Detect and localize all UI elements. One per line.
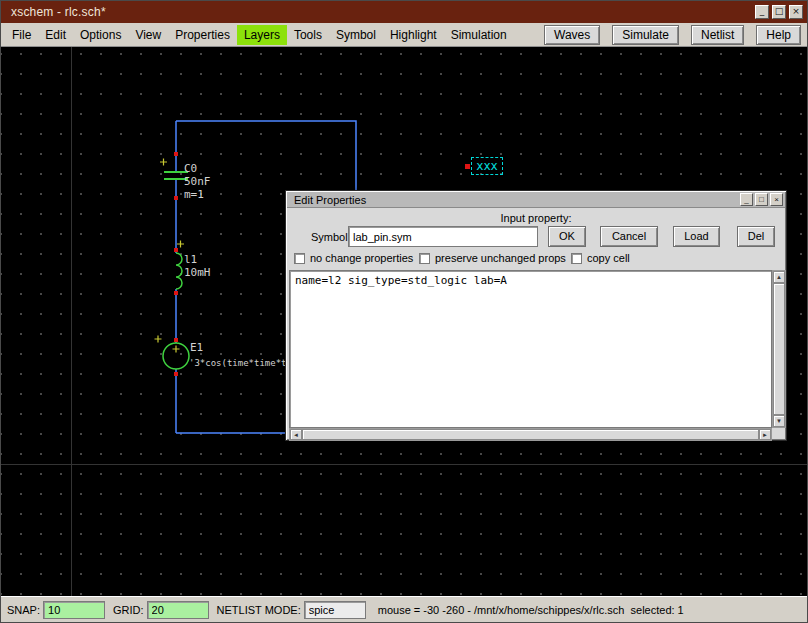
vertical-scrollbar[interactable]: ▲ ▼ xyxy=(772,270,786,428)
copy-cell-checkbox[interactable] xyxy=(571,253,582,264)
polarity-plus-icon xyxy=(155,159,185,353)
help-button[interactable]: Help xyxy=(756,25,801,45)
scroll-right-icon[interactable]: ► xyxy=(759,429,771,440)
simulate-button[interactable]: Simulate xyxy=(612,25,679,45)
load-button[interactable]: Load xyxy=(673,226,720,247)
menu-highlight[interactable]: Highlight xyxy=(383,25,444,45)
no-change-properties-checkbox[interactable] xyxy=(294,253,305,264)
no-change-properties-option: no change properties xyxy=(294,252,413,264)
menu-layers[interactable]: Layers xyxy=(237,25,287,45)
grid-input[interactable] xyxy=(147,601,209,619)
copy-cell-label: copy cell xyxy=(587,252,630,264)
mouse-coords-info: mouse = -30 -260 - /mnt/x/home/schippes/… xyxy=(378,604,684,616)
no-change-properties-label: no change properties xyxy=(310,252,413,264)
scroll-down-icon[interactable]: ▼ xyxy=(773,415,785,427)
source-ref-label[interactable]: E1 xyxy=(190,342,203,354)
preserve-unchanged-props-label: preserve unchanged props xyxy=(435,252,566,264)
vertical-scrollbar-thumb[interactable] xyxy=(773,283,785,415)
del-button[interactable]: Del xyxy=(737,226,775,247)
netlist-mode-input[interactable] xyxy=(304,601,366,619)
menu-tools[interactable]: Tools xyxy=(287,25,329,45)
snap-label: SNAP: xyxy=(7,604,40,616)
dialog-title-bar[interactable]: Edit Properties _ □ × xyxy=(287,192,785,208)
menu-view[interactable]: View xyxy=(128,25,168,45)
toolbar-right: Waves Simulate Netlist Help xyxy=(544,25,803,45)
title-bar: xschem - rlc.sch* _ □ × xyxy=(1,1,807,23)
capacitor-ref-label[interactable]: C0 xyxy=(184,163,197,175)
menu-edit[interactable]: Edit xyxy=(38,25,73,45)
grid-label: GRID: xyxy=(113,604,144,616)
inductor-value-label[interactable]: 10mH xyxy=(184,267,211,279)
status-bar: SNAP: GRID: NETLIST MODE: mouse = -30 -2… xyxy=(1,596,807,622)
cancel-button[interactable]: Cancel xyxy=(600,226,658,247)
netlist-mode-label: NETLIST MODE: xyxy=(217,604,301,616)
preserve-unchanged-props-checkbox[interactable] xyxy=(419,253,430,264)
net-pin-label[interactable]: xxx xyxy=(471,157,503,175)
menu-bar: File Edit Options View Properties Layers… xyxy=(1,23,807,47)
input-property-label: Input property: xyxy=(286,212,786,224)
dialog-minimize-icon[interactable]: _ xyxy=(740,193,753,206)
dialog-maximize-icon[interactable]: □ xyxy=(755,193,768,206)
inductor-symbol[interactable] xyxy=(176,253,182,289)
symbol-input[interactable] xyxy=(348,226,538,247)
minimize-icon[interactable]: _ xyxy=(755,5,769,19)
menu-file[interactable]: File xyxy=(5,25,38,45)
menu-options[interactable]: Options xyxy=(73,25,128,45)
waves-button[interactable]: Waves xyxy=(544,25,600,45)
window-title: xschem - rlc.sch* xyxy=(11,5,752,19)
dialog-close-icon[interactable]: × xyxy=(770,193,783,206)
horizontal-scrollbar[interactable]: ◄ ► xyxy=(289,428,772,441)
inductor-ref-label[interactable]: l1 xyxy=(184,254,197,266)
horizontal-scrollbar-thumb[interactable] xyxy=(302,429,759,440)
snap-input[interactable] xyxy=(43,601,105,619)
capacitor-param-label[interactable]: m=1 xyxy=(184,189,204,201)
property-textarea[interactable]: name=l2 sig_type=std_logic lab=A xyxy=(289,270,772,428)
net-pin-square xyxy=(465,164,470,169)
maximize-icon[interactable]: □ xyxy=(772,5,786,19)
preserve-unchanged-props-option: preserve unchanged props xyxy=(419,252,566,264)
edit-properties-dialog: Edit Properties _ □ × Input property: Sy… xyxy=(285,190,787,441)
menu-properties[interactable]: Properties xyxy=(168,25,237,45)
ok-button[interactable]: OK xyxy=(548,226,586,247)
close-icon[interactable]: × xyxy=(789,5,803,19)
netlist-button[interactable]: Netlist xyxy=(691,25,744,45)
symbol-label: Symbol xyxy=(311,231,348,243)
menu-symbol[interactable]: Symbol xyxy=(329,25,383,45)
scroll-left-icon[interactable]: ◄ xyxy=(290,429,302,440)
dialog-title: Edit Properties xyxy=(294,194,738,206)
capacitor-value-label[interactable]: 50nF xyxy=(184,176,211,188)
copy-cell-option: copy cell xyxy=(571,252,630,264)
scroll-up-icon[interactable]: ▲ xyxy=(773,271,785,283)
menu-simulation[interactable]: Simulation xyxy=(444,25,514,45)
